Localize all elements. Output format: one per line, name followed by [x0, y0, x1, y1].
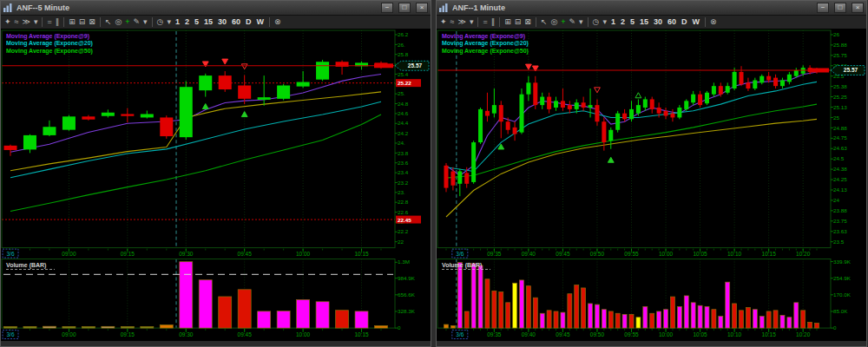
timeframe-5min-button[interactable]: 5 — [628, 16, 637, 28]
timeframe-2min-button[interactable]: 2 — [618, 16, 628, 28]
volume-bar — [684, 296, 688, 328]
close-button[interactable]: × — [852, 3, 864, 13]
titlebar-1min[interactable]: ANF--1 Minute − □ × — [437, 1, 866, 15]
timeframe-daily-button[interactable]: D — [243, 16, 254, 28]
timeframe-1min-button[interactable]: 1 — [608, 16, 618, 28]
timeframe-daily-button[interactable]: D — [679, 16, 690, 28]
volume-bar — [102, 326, 115, 328]
draw-tool-icon[interactable]: ✎ — [568, 16, 578, 28]
titlebar-5min[interactable]: ANF--5 Minute − □ × — [1, 1, 431, 15]
svg-text:09:40: 09:40 — [522, 251, 536, 257]
volume-bar — [464, 311, 469, 328]
cursor-tool-icon[interactable]: ↖ — [103, 16, 114, 28]
zoom-out-icon[interactable]: ⊟ — [77, 16, 88, 28]
volume-bar — [513, 283, 517, 328]
svg-text:24.6: 24.6 — [398, 110, 409, 116]
volume-bar — [238, 290, 251, 328]
svg-text:22.2: 22.2 — [398, 228, 409, 234]
style-dropdown-icon[interactable]: ▾ — [468, 16, 476, 28]
maximize-button[interactable]: □ — [398, 3, 411, 13]
candle-09:15 — [121, 114, 134, 115]
candle-09:40 — [219, 75, 232, 89]
timeframe-30min-button[interactable]: 30 — [651, 16, 665, 28]
volume-bar — [62, 326, 76, 328]
stream-data-icon[interactable]: ≈ — [13, 16, 21, 28]
remove-study-icon[interactable]: ⊗ — [708, 16, 719, 28]
timeframe-30min-button[interactable]: 30 — [215, 16, 229, 28]
close-button[interactable]: × — [416, 3, 428, 13]
volume-bar — [773, 311, 778, 328]
interval-clock-icon[interactable]: ◷ — [591, 16, 602, 28]
pause-updates-icon[interactable]: ∥ — [54, 16, 62, 28]
timeframe-weekly-button[interactable]: W — [690, 16, 703, 28]
candle-09:55 — [629, 109, 634, 119]
zoom-in-icon[interactable]: ⊞ — [67, 16, 77, 28]
zoom-in-icon[interactable]: ⊞ — [503, 16, 513, 28]
svg-text:25.25: 25.25 — [833, 94, 847, 100]
link-window-icon[interactable]: ≫ — [457, 16, 468, 28]
draw-dropdown-icon[interactable]: ▾ — [141, 16, 149, 28]
pan-tool-icon[interactable]: ◎ — [113, 16, 123, 28]
svg-text:09:35: 09:35 — [487, 251, 502, 257]
svg-text:24: 24 — [833, 197, 840, 203]
stream-data-icon[interactable]: ≈ — [449, 16, 457, 28]
svg-text:Moving Average (Expone@50): Moving Average (Expone@50) — [6, 48, 93, 55]
order-entry-icon[interactable]: ✦ — [438, 16, 449, 28]
zoom-reset-icon[interactable]: ⊠ — [523, 16, 533, 28]
volume-bar — [561, 312, 565, 328]
crosshair-tool-icon[interactable]: + — [123, 16, 131, 28]
volume-bar — [677, 306, 681, 328]
interval-dropdown-icon[interactable]: ▾ — [165, 16, 173, 28]
interval-clock-icon[interactable]: ◷ — [155, 16, 166, 28]
draw-tool-icon[interactable]: ✎ — [132, 16, 142, 28]
candle-09:50 — [258, 97, 271, 100]
timeframe-15min-button[interactable]: 15 — [201, 16, 215, 28]
svg-text:Volume (BAR): Volume (BAR) — [442, 263, 482, 270]
draw-dropdown-icon[interactable]: ▾ — [577, 16, 585, 28]
chart-canvas-1min[interactable]: 2625.8825.7525.6325.525.3825.2525.132524… — [437, 29, 866, 346]
remove-study-icon[interactable]: ⊗ — [273, 16, 283, 28]
crosshair-tool-icon[interactable]: + — [559, 16, 567, 28]
svg-text:24.5: 24.5 — [833, 155, 845, 161]
cursor-tool-icon[interactable]: ↖ — [539, 16, 549, 28]
link-window-icon[interactable]: ≫ — [21, 16, 32, 28]
timeframe-60min-button[interactable]: 60 — [665, 16, 679, 28]
volume-bar — [471, 264, 476, 328]
style-dropdown-icon[interactable]: ▾ — [32, 16, 40, 28]
horizontal-line-tool-icon[interactable]: = — [481, 16, 489, 28]
pause-updates-icon[interactable]: ∥ — [490, 16, 497, 28]
timeframe-15min-button[interactable]: 15 — [637, 16, 651, 28]
svg-text:23.4: 23.4 — [398, 169, 409, 175]
volume-bar — [582, 288, 586, 328]
candle-09:47 — [575, 102, 579, 109]
svg-text:26: 26 — [833, 31, 840, 37]
svg-text:1.3M: 1.3M — [398, 259, 410, 265]
svg-text:254.9K: 254.9K — [833, 275, 852, 281]
timeframe-1min-button[interactable]: 1 — [173, 16, 182, 28]
chart-window-5min: ANF--5 Minute − □ × ✦≈≫▾=∥⊞⊟⊠↖◎+✎▾◷▾1251… — [0, 0, 431, 347]
chart-canvas-5min[interactable]: 26.226.25.825.625.425.225.24.824.624.424… — [1, 29, 431, 346]
zoom-reset-icon[interactable]: ⊠ — [87, 16, 97, 28]
svg-text:09:00: 09:00 — [62, 251, 76, 257]
timeframe-2min-button[interactable]: 2 — [182, 16, 192, 28]
svg-text:24.63: 24.63 — [833, 145, 847, 151]
timeframe-60min-button[interactable]: 60 — [229, 16, 243, 28]
candle-09:38 — [513, 128, 517, 134]
timeframe-5min-button[interactable]: 5 — [192, 16, 201, 28]
order-entry-icon[interactable]: ✦ — [3, 16, 13, 28]
zoom-out-icon[interactable]: ⊟ — [513, 16, 523, 28]
minimize-button[interactable]: − — [817, 3, 829, 13]
maximize-button[interactable]: □ — [834, 3, 846, 13]
volume-bar — [719, 317, 723, 329]
interval-dropdown-icon[interactable]: ▾ — [601, 16, 608, 28]
svg-text:22.8: 22.8 — [398, 199, 409, 205]
candle-10:12 — [746, 82, 750, 88]
horizontal-line-tool-icon[interactable]: = — [45, 16, 53, 28]
minimize-button[interactable]: − — [381, 3, 393, 13]
candle-09:43 — [547, 97, 551, 109]
price-axis[interactable]: 2625.8825.7525.6325.525.3825.2525.132524… — [831, 31, 847, 245]
timeframe-weekly-button[interactable]: W — [254, 16, 267, 28]
pan-tool-icon[interactable]: ◎ — [549, 16, 559, 28]
volume-bar — [258, 311, 271, 328]
svg-text:22: 22 — [398, 239, 404, 245]
